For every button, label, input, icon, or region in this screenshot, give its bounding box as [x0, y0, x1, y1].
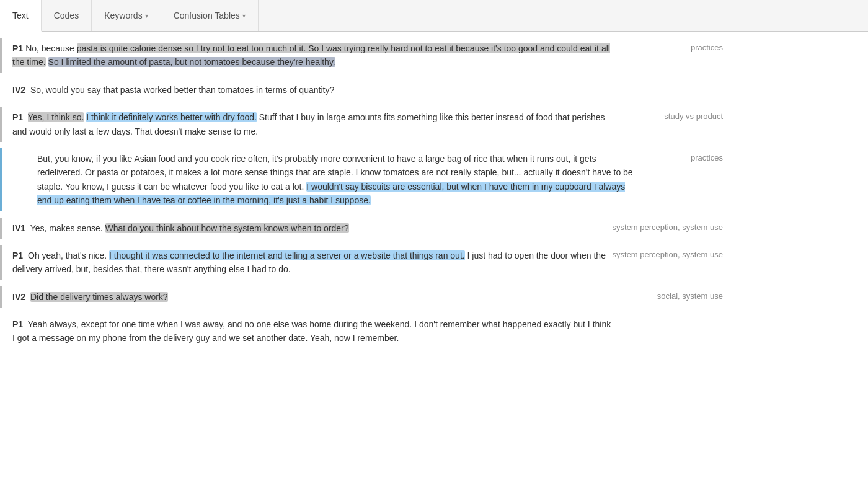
code-label: practices [691, 43, 723, 52]
text-segment: Yes, I think so. [28, 112, 84, 122]
para-block: P1 Oh yeah, that's nice. I thought it wa… [0, 245, 732, 280]
speaker-label: P1 [12, 43, 23, 53]
app-container: Text Codes Keywords ▾ Confusion Tables ▾… [0, 0, 868, 496]
speaker-label: IV2 [12, 292, 25, 302]
spacer [0, 73, 732, 79]
code-bar [0, 286, 2, 308]
tab-bar: Text Codes Keywords ▾ Confusion Tables ▾ [0, 0, 868, 32]
para-block: But, you know, if you like Asian food an… [0, 148, 732, 211]
para-text: But, you know, if you like Asian food an… [37, 152, 645, 208]
code-label: study vs product [664, 112, 723, 121]
text-segment: What do you think about how the system k… [105, 223, 349, 233]
speaker-label: IV2 [12, 85, 25, 95]
para-text: IV1 Yes, makes sense. What do you think … [12, 221, 620, 235]
code-bar [0, 148, 2, 211]
code-label: social, system use [657, 291, 723, 301]
spacer [0, 211, 732, 218]
speaker-label: IV1 [12, 223, 25, 233]
tab-codes[interactable]: Codes [42, 0, 92, 31]
para-block: IV2 So, would you say that pasta worked … [0, 79, 732, 100]
code-label: practices [691, 153, 723, 162]
text-segment: I thought it was connected to the intern… [109, 250, 465, 260]
tab-text-label: Text [12, 11, 29, 20]
para-block: P1No, because pasta is quite calorie den… [0, 38, 732, 73]
tab-confusion-tables[interactable]: Confusion Tables ▾ [161, 0, 259, 31]
separator-line [595, 245, 595, 280]
tab-keywords-label: Keywords [104, 11, 142, 20]
para-text: IV2 So, would you say that pasta worked … [12, 83, 620, 97]
tab-text[interactable]: Text [0, 0, 42, 32]
para-block: P1 Yes, I think so. I think it definitel… [0, 107, 732, 142]
code-label: system perception, system use [613, 250, 723, 259]
separator-line [595, 314, 595, 349]
text-segment: Yeah always, except for one time when I … [12, 319, 611, 343]
para-text: P1No, because pasta is quite calorie den… [12, 42, 620, 69]
para-text: P1 Yeah always, except for one time when… [12, 317, 620, 345]
code-bar [0, 218, 2, 239]
speaker-label: P1 [12, 250, 23, 260]
para-block: IV2 Did the delivery times always work?s… [0, 286, 732, 308]
text-segment: I think it definitely works better with … [86, 112, 257, 122]
codes-panel [732, 32, 868, 496]
main-container: P1No, because pasta is quite calorie den… [0, 32, 868, 496]
code-bar [0, 107, 2, 142]
text-segment: Did the delivery times always work? [30, 292, 168, 302]
spacer [0, 280, 732, 286]
content-area[interactable]: P1No, because pasta is quite calorie den… [0, 32, 732, 496]
para-block: IV1 Yes, makes sense. What do you think … [0, 218, 732, 239]
tab-keywords[interactable]: Keywords ▾ [92, 0, 161, 31]
text-segment: Yes, makes sense. [28, 223, 105, 233]
tab-confusion-tables-label: Confusion Tables [174, 11, 240, 20]
code-bar [0, 38, 2, 73]
separator-line [595, 107, 595, 142]
code-bar [0, 245, 2, 280]
para-text: IV2 Did the delivery times always work? [12, 290, 620, 304]
spacer [0, 308, 732, 314]
separator-line [595, 148, 595, 211]
text-segment: So, would you say that pasta worked bett… [28, 85, 334, 95]
spacer [0, 239, 732, 245]
spacer [0, 142, 732, 148]
separator-line [595, 218, 595, 239]
keywords-chevron-icon: ▾ [145, 12, 148, 19]
text-segment: Oh yeah, that's nice. [25, 250, 109, 260]
speaker-label: P1 [12, 319, 23, 329]
text-segment [46, 57, 48, 67]
separator-line [595, 286, 595, 308]
para-text: P1 Yes, I think so. I think it definitel… [12, 110, 620, 138]
speaker-label: P1 [12, 112, 23, 122]
text-segment: No, because [25, 43, 77, 53]
confusion-tables-chevron-icon: ▾ [242, 12, 246, 19]
para-block: P1 Yeah always, except for one time when… [0, 314, 732, 349]
code-label: system perception, system use [613, 223, 723, 232]
spacer [0, 100, 732, 107]
para-text: P1 Oh yeah, that's nice. I thought it wa… [12, 249, 620, 277]
separator-line [595, 79, 595, 100]
text-segment: So I limited the amount of pasta, but no… [48, 57, 335, 67]
separator-line [595, 38, 595, 73]
tab-codes-label: Codes [54, 11, 79, 20]
